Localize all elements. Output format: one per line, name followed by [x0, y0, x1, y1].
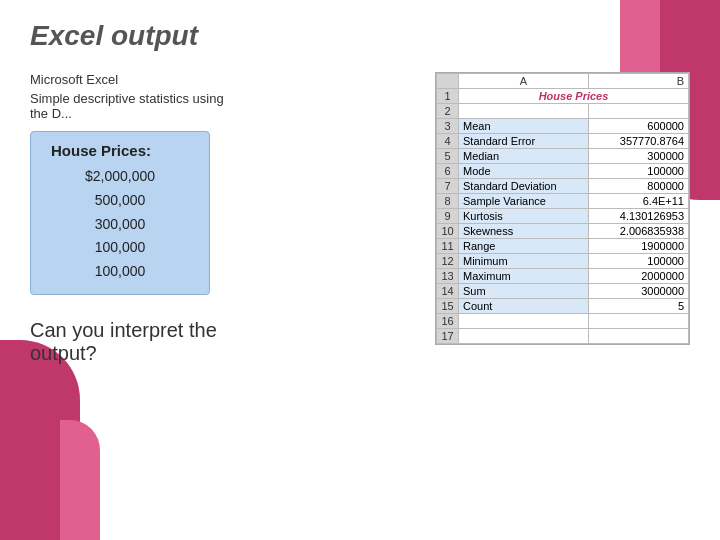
excel-table-wrapper: A B 1House Prices23Mean6000004Standard E…: [435, 72, 690, 345]
cell-a: Sum: [459, 284, 589, 299]
cell-a: Mean: [459, 119, 589, 134]
cell-a: [459, 314, 589, 329]
cell-a: Mode: [459, 164, 589, 179]
row-num: 7: [437, 179, 459, 194]
cell-b: 2.006835938: [589, 224, 689, 239]
row-num: 2: [437, 104, 459, 119]
excel-table: A B 1House Prices23Mean6000004Standard E…: [436, 73, 689, 344]
table-row: 6Mode100000: [437, 164, 689, 179]
list-item: 100,000: [51, 260, 189, 284]
table-row: 12Minimum100000: [437, 254, 689, 269]
house-prices-box: House Prices: $2,000,000 500,000 300,000…: [30, 131, 210, 295]
cell-b: 2000000: [589, 269, 689, 284]
cell-b: 5: [589, 299, 689, 314]
table-row: 3Mean600000: [437, 119, 689, 134]
left-panel: Microsoft Excel Simple descriptive stati…: [30, 72, 415, 365]
cell-b: [589, 104, 689, 119]
col-header-a: A: [459, 74, 589, 89]
cell-b: 6.4E+11: [589, 194, 689, 209]
table-row: 11Range1900000: [437, 239, 689, 254]
cell-a: [459, 104, 589, 119]
cell-b: 100000: [589, 254, 689, 269]
row-num: 10: [437, 224, 459, 239]
row-num: 17: [437, 329, 459, 344]
table-row: 5Median300000: [437, 149, 689, 164]
cell-a: Median: [459, 149, 589, 164]
cell-a: Kurtosis: [459, 209, 589, 224]
interpret-text: Can you interpret theoutput?: [30, 319, 415, 365]
cell-a: Minimum: [459, 254, 589, 269]
cell-b: 100000: [589, 164, 689, 179]
col-header-b: B: [589, 74, 689, 89]
cell-a: Standard Deviation: [459, 179, 589, 194]
table-row: 9Kurtosis4.130126953: [437, 209, 689, 224]
description-text: Simple descriptive statistics usingthe D…: [30, 91, 415, 121]
cell-a: Standard Error: [459, 134, 589, 149]
row-num: 3: [437, 119, 459, 134]
list-item: $2,000,000: [51, 165, 189, 189]
row-num: 12: [437, 254, 459, 269]
row-num: 6: [437, 164, 459, 179]
table-row: 17: [437, 329, 689, 344]
table-row: 1House Prices: [437, 89, 689, 104]
col-header-num: [437, 74, 459, 89]
cell-b: 1900000: [589, 239, 689, 254]
cell-a: [459, 329, 589, 344]
page-title: Excel output: [30, 20, 690, 52]
cell-b: [589, 329, 689, 344]
table-row: 2: [437, 104, 689, 119]
cell-a: House Prices: [459, 89, 689, 104]
cell-b: [589, 314, 689, 329]
table-row: 13Maximum2000000: [437, 269, 689, 284]
cell-b: 3000000: [589, 284, 689, 299]
list-item: 300,000: [51, 213, 189, 237]
cell-b: 800000: [589, 179, 689, 194]
main-area: Microsoft Excel Simple descriptive stati…: [30, 72, 690, 365]
row-num: 13: [437, 269, 459, 284]
cell-b: 300000: [589, 149, 689, 164]
decor-bottom-left-2: [60, 420, 100, 540]
row-num: 16: [437, 314, 459, 329]
cell-a: Skewness: [459, 224, 589, 239]
cell-b: 357770.8764: [589, 134, 689, 149]
house-prices-list: $2,000,000 500,000 300,000 100,000 100,0…: [51, 165, 189, 284]
row-num: 5: [437, 149, 459, 164]
table-row: 10Skewness2.006835938: [437, 224, 689, 239]
row-num: 9: [437, 209, 459, 224]
ms-excel-label: Microsoft Excel: [30, 72, 415, 87]
table-row: 14Sum3000000: [437, 284, 689, 299]
row-num: 1: [437, 89, 459, 104]
table-row: 16: [437, 314, 689, 329]
row-num: 4: [437, 134, 459, 149]
row-num: 8: [437, 194, 459, 209]
cell-a: Sample Variance: [459, 194, 589, 209]
table-row: 7Standard Deviation800000: [437, 179, 689, 194]
table-row: 8Sample Variance6.4E+11: [437, 194, 689, 209]
row-num: 14: [437, 284, 459, 299]
row-num: 11: [437, 239, 459, 254]
table-row: 15Count5: [437, 299, 689, 314]
cell-b: 600000: [589, 119, 689, 134]
row-num: 15: [437, 299, 459, 314]
list-item: 500,000: [51, 189, 189, 213]
house-prices-title: House Prices:: [51, 142, 189, 159]
table-row: 4Standard Error357770.8764: [437, 134, 689, 149]
list-item: 100,000: [51, 236, 189, 260]
cell-a: Count: [459, 299, 589, 314]
cell-a: Maximum: [459, 269, 589, 284]
cell-b: 4.130126953: [589, 209, 689, 224]
cell-a: Range: [459, 239, 589, 254]
